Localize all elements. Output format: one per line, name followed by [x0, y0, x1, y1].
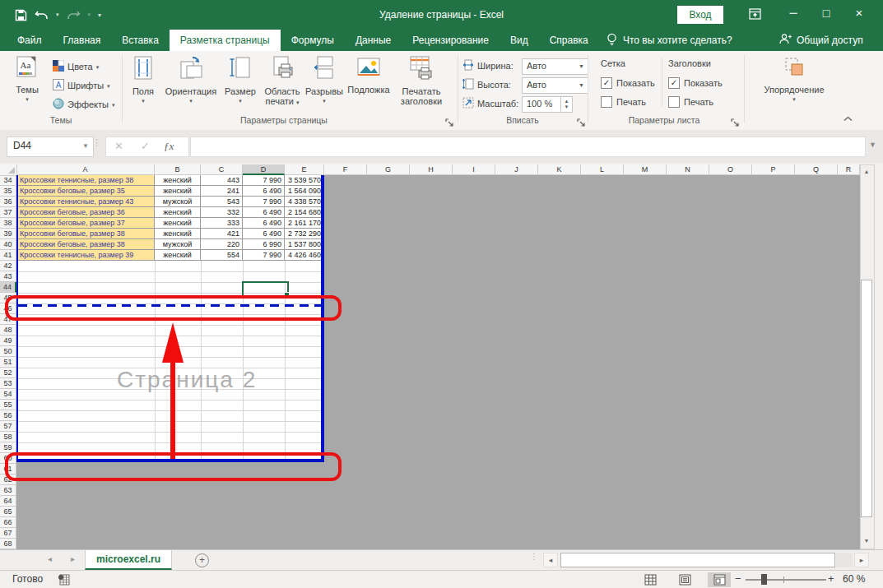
column-header-D[interactable]: D: [243, 164, 285, 175]
vertical-scroll-thumb[interactable]: [861, 280, 872, 517]
sheet-nav-right-icon[interactable]: ▸: [71, 554, 75, 563]
cell-E34[interactable]: 3 539 570: [285, 175, 324, 186]
insert-function-icon[interactable]: ƒx: [164, 137, 174, 155]
column-header-L[interactable]: L: [581, 164, 624, 175]
column-header-M[interactable]: M: [624, 164, 667, 175]
cell-A38[interactable]: Кроссовки беговые, размер 37: [16, 218, 155, 229]
gridlines-print-checkbox[interactable]: Печать: [601, 95, 646, 109]
row-header-63[interactable]: 63: [0, 485, 16, 496]
ribbon-tab-2[interactable]: Вставка: [111, 30, 170, 51]
gridlines-show-checkbox[interactable]: Показать: [601, 76, 655, 90]
ribbon-tab-0[interactable]: Файл: [7, 30, 53, 51]
row-header-43[interactable]: 43: [0, 271, 16, 282]
collapse-ribbon-icon[interactable]: [841, 115, 854, 125]
zoom-out-icon[interactable]: −: [735, 571, 741, 587]
select-all-corner[interactable]: [0, 164, 17, 176]
row-header-64[interactable]: 64: [0, 496, 16, 507]
print-area-button[interactable]: Область печати ▾: [262, 56, 303, 112]
row-header-66[interactable]: 66: [0, 517, 16, 528]
cell-C34[interactable]: 443: [201, 175, 243, 186]
column-header-G[interactable]: G: [367, 164, 410, 175]
sheet-options-dialog-launcher-icon[interactable]: [731, 116, 740, 125]
cell-C36[interactable]: 543: [201, 197, 243, 207]
effects-button[interactable]: Эффекты ▾: [53, 96, 115, 113]
cell-C35[interactable]: 241: [201, 186, 243, 197]
cell-E35[interactable]: 1 564 090: [285, 186, 324, 197]
column-header-H[interactable]: H: [410, 164, 453, 175]
horizontal-scroll-track[interactable]: [836, 553, 853, 567]
scroll-up-icon[interactable]: ▲: [861, 165, 872, 178]
cell-B34[interactable]: женский: [155, 175, 201, 186]
cell-A41[interactable]: Кроссовки теннисные, размер 39: [16, 250, 155, 261]
cell-D35[interactable]: 6 490: [243, 186, 285, 197]
cell-E36[interactable]: 4 338 570: [285, 197, 324, 207]
fit-height-select[interactable]: Авто▼: [522, 77, 588, 94]
page-setup-dialog-launcher-icon[interactable]: [445, 116, 454, 125]
margins-button[interactable]: Поля ▾: [125, 56, 161, 112]
sheet-tab-active[interactable]: microexcel.ru: [85, 550, 172, 570]
scroll-down-icon[interactable]: ▼: [861, 535, 872, 547]
ribbon-tab-8[interactable]: Справка: [539, 30, 599, 51]
cell-E41[interactable]: 4 426 460: [285, 250, 324, 261]
cell-C38[interactable]: 333: [201, 218, 243, 229]
row-header-55[interactable]: 55: [0, 400, 16, 410]
column-header-B[interactable]: B: [155, 164, 201, 175]
hscroll-left-icon[interactable]: ◂: [543, 553, 558, 567]
zoom-slider-track[interactable]: [746, 579, 826, 581]
sign-in-button[interactable]: Вход: [677, 6, 723, 24]
row-header-67[interactable]: 67: [0, 528, 16, 539]
cell-D37[interactable]: 6 490: [243, 207, 285, 218]
row-header-51[interactable]: 51: [0, 357, 16, 368]
row-header-40[interactable]: 40: [0, 239, 16, 250]
fit-width-select[interactable]: Авто▼: [522, 58, 588, 75]
cell-B40[interactable]: мужской: [155, 239, 201, 250]
new-sheet-icon[interactable]: +: [195, 553, 209, 567]
cell-A36[interactable]: Кроссовки теннисные, размер 43: [16, 197, 155, 207]
close-button[interactable]: ×: [846, 0, 872, 26]
row-header-35[interactable]: 35: [0, 186, 16, 197]
column-header-A[interactable]: A: [16, 164, 155, 175]
formula-input[interactable]: [190, 137, 866, 157]
headings-print-checkbox[interactable]: Печать: [668, 95, 713, 109]
column-header-Q[interactable]: Q: [795, 164, 838, 175]
column-header-R[interactable]: R: [838, 164, 860, 175]
cell-C40[interactable]: 220: [201, 239, 243, 250]
view-page-layout-icon[interactable]: [673, 572, 696, 587]
column-header-O[interactable]: O: [709, 164, 752, 175]
row-header-36[interactable]: 36: [0, 197, 16, 207]
zoom-in-icon[interactable]: +: [828, 571, 834, 587]
minimize-button[interactable]: ─: [780, 0, 806, 26]
size-button[interactable]: Размер ▾: [221, 56, 260, 112]
column-header-E[interactable]: E: [285, 164, 324, 175]
row-header-50[interactable]: 50: [0, 346, 16, 357]
column-header-P[interactable]: P: [752, 164, 795, 175]
background-button[interactable]: Подложка: [346, 56, 392, 112]
row-header-34[interactable]: 34: [0, 175, 16, 186]
vertical-scrollbar[interactable]: ▲ ▼: [860, 164, 875, 549]
sheetbar-separator[interactable]: ⋮: [530, 553, 538, 560]
column-header-C[interactable]: C: [201, 164, 243, 175]
macro-record-icon[interactable]: [58, 574, 70, 588]
fit-scale-input[interactable]: 100 %: [522, 96, 565, 113]
ribbon-tab-1[interactable]: Главная: [53, 30, 112, 51]
cell-C39[interactable]: 421: [201, 229, 243, 239]
ribbon-tab-6[interactable]: Рецензирование: [402, 30, 500, 51]
themes-button[interactable]: Aa Темы ▾: [7, 56, 48, 112]
ribbon-tab-7[interactable]: Вид: [500, 30, 539, 51]
cell-B37[interactable]: женский: [155, 207, 201, 218]
cell-A37[interactable]: Кроссовки беговые, размер 36: [16, 207, 155, 218]
row-header-39[interactable]: 39: [0, 229, 16, 239]
cell-E40[interactable]: 1 537 800: [285, 239, 324, 250]
cell-D41[interactable]: 7 990: [243, 250, 285, 261]
headings-show-checkbox[interactable]: Показать: [668, 76, 723, 90]
row-header-48[interactable]: 48: [0, 325, 16, 336]
enter-icon[interactable]: ✓: [141, 137, 150, 155]
row-header-52[interactable]: 52: [0, 368, 16, 378]
cell-A35[interactable]: Кроссовки беговые, размер 35: [16, 186, 155, 197]
fit-scale-spinner[interactable]: ▲▼: [560, 96, 573, 113]
cell-D38[interactable]: 6 490: [243, 218, 285, 229]
row-header-65[interactable]: 65: [0, 507, 16, 517]
ribbon-tab-4[interactable]: Формулы: [281, 30, 345, 51]
cell-D36[interactable]: 7 990: [243, 197, 285, 207]
cell-D40[interactable]: 6 990: [243, 239, 285, 250]
